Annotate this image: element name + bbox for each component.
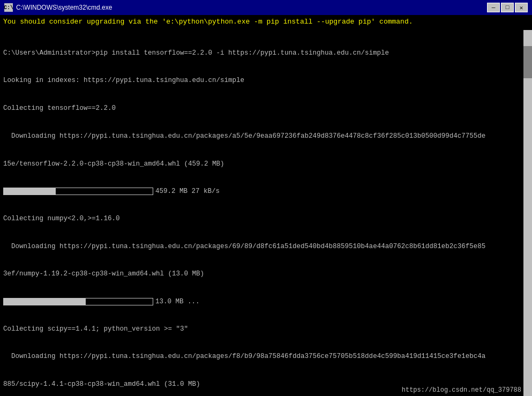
window-title: C:\WINDOWS\system32\cmd.exe: [16, 4, 112, 11]
progress-row-1: 459.2 MB 27 kB/s: [3, 188, 529, 195]
progress-bar-1: [3, 188, 153, 195]
progress-bar-2: [3, 298, 153, 305]
terminal-body: You should consider upgrading via the 'e…: [0, 15, 532, 396]
line-6: Collecting numpy<2.0,>=1.16.0: [3, 214, 529, 223]
line-4: Downloading https://pypi.tuna.tsinghua.e…: [3, 132, 529, 141]
terminal-content-2: Collecting numpy<2.0,>=1.16.0 Downloadin…: [3, 196, 529, 297]
title-bar: C:\ C:\WINDOWS\system32\cmd.exe — □ ✕: [0, 0, 532, 15]
window-controls: — □ ✕: [487, 3, 528, 12]
scrollbar-thumb[interactable]: [523, 46, 532, 78]
title-bar-left: C:\ C:\WINDOWS\system32\cmd.exe: [4, 3, 112, 12]
progress-label-2: 13.0 MB ...: [155, 298, 200, 305]
line-8: 3ef/numpy-1.19.2-cp38-cp38-win_amd64.whl…: [3, 270, 529, 279]
close-button[interactable]: ✕: [515, 3, 528, 12]
progress-label-1: 459.2 MB 27 kB/s: [155, 188, 220, 195]
cmd-window: C:\ C:\WINDOWS\system32\cmd.exe — □ ✕ Yo…: [0, 0, 532, 396]
scrollbar[interactable]: [523, 30, 532, 396]
cmd-icon: C:\: [4, 3, 13, 12]
maximize-button[interactable]: □: [501, 3, 514, 12]
progress-fill-2: [4, 298, 86, 305]
progress-row-2: 13.0 MB ...: [3, 298, 529, 305]
line-1: C:\Users\Administrator>pip install tenso…: [3, 49, 529, 58]
line-3: Collecting tensorflow==2.2.0: [3, 104, 529, 113]
line-2: Looking in indexes: https://pypi.tuna.ts…: [3, 76, 529, 85]
line-10: Downloading https://pypi.tuna.tsinghua.e…: [3, 352, 529, 361]
line-5: 15e/tensorflow-2.2.0-cp38-cp38-win_amd64…: [3, 160, 529, 169]
line-9: Collecting scipy==1.4.1; python_version …: [3, 325, 529, 334]
line-7: Downloading https://pypi.tuna.tsinghua.e…: [3, 242, 529, 251]
terminal-content-3: Collecting scipy==1.4.1; python_version …: [3, 306, 529, 396]
terminal-content: C:\Users\Administrator>pip install tenso…: [3, 30, 529, 187]
minimize-button[interactable]: —: [487, 3, 500, 12]
watermark: https://blog.csdn.net/qq_379788: [402, 386, 521, 394]
progress-fill-1: [4, 188, 56, 195]
warning-text: You should consider upgrading via the 'e…: [3, 17, 529, 27]
